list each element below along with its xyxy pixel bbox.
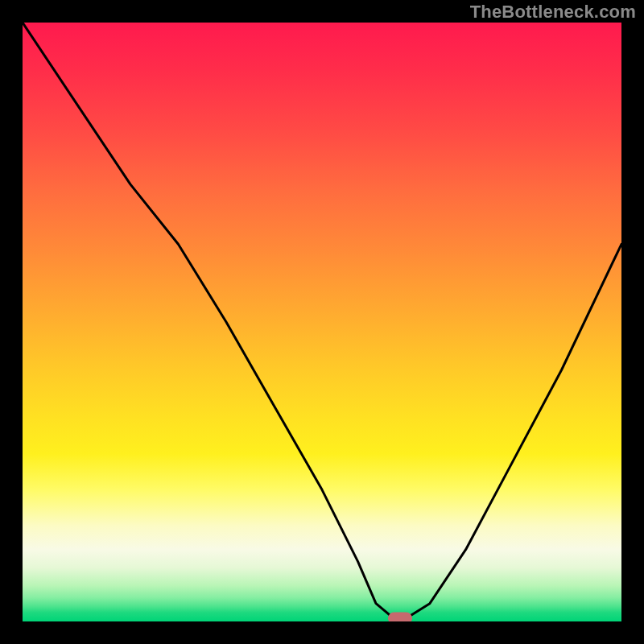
curve-path	[23, 23, 621, 618]
chart-frame: TheBottleneck.com	[0, 0, 644, 644]
plot-area	[23, 23, 621, 621]
bottleneck-curve	[23, 23, 621, 621]
optimal-marker	[388, 613, 412, 621]
watermark-text: TheBottleneck.com	[470, 2, 636, 23]
